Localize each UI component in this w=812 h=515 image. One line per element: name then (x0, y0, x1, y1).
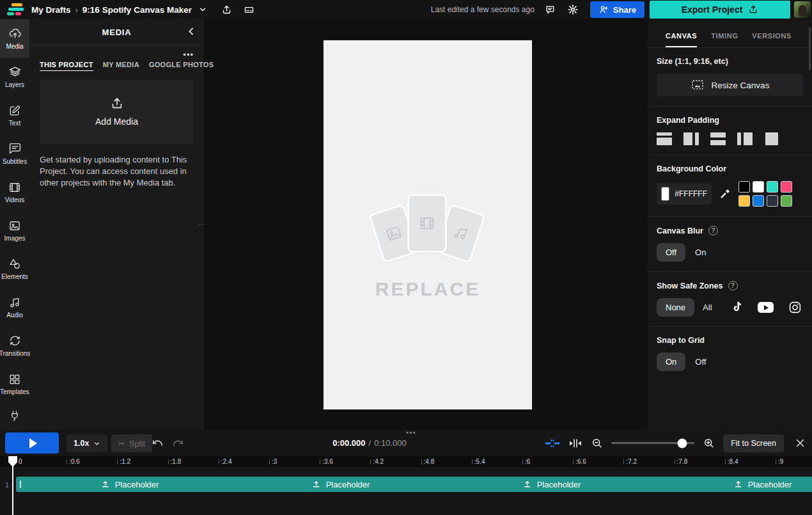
split-button[interactable]: ✂ Split (111, 434, 152, 452)
fit-clips-icon[interactable] (568, 438, 582, 449)
media-overflow-menu[interactable]: ••• (40, 52, 194, 58)
ruler-tick: :3.6 (320, 456, 333, 467)
magnetic-snap-icon[interactable] (545, 437, 560, 450)
sidebar-item-images[interactable]: Images (0, 211, 29, 250)
safezone-all-option[interactable]: All (696, 298, 719, 317)
pad-left-icon[interactable] (737, 132, 753, 145)
tab-this-project[interactable]: THIS PROJECT (40, 61, 93, 71)
sidebar-item-plugins[interactable] (0, 403, 29, 429)
clip-placeholder[interactable]: Placeholder (101, 477, 159, 492)
blur-off-option[interactable]: Off (657, 243, 685, 262)
speed-value: 1.0x (74, 439, 89, 448)
eyedropper-icon[interactable] (719, 188, 731, 200)
image-icon (384, 223, 405, 244)
zoom-in-icon[interactable] (703, 437, 715, 449)
tiktok-icon[interactable] (731, 301, 743, 314)
color-swatch[interactable] (781, 181, 792, 193)
add-media-button[interactable]: Add Media (40, 79, 194, 144)
collapse-panel-icon[interactable] (186, 26, 196, 36)
pad-top-icon[interactable] (657, 132, 672, 145)
canvas-blur-label: Canvas Blur (657, 226, 703, 235)
pad-right-icon[interactable] (683, 132, 699, 145)
resize-canvas-button[interactable]: Resize Canvas (657, 74, 803, 97)
sidebar-item-text[interactable]: Text (0, 96, 29, 134)
sidebar-item-media[interactable]: Media (0, 19, 29, 58)
export-project-button[interactable]: Export Project (650, 1, 790, 19)
user-avatar[interactable] (794, 1, 811, 18)
chevron-down-icon[interactable] (198, 5, 207, 14)
color-swatches (738, 181, 803, 207)
clip-trim-handle[interactable] (20, 480, 21, 488)
tab-timing[interactable]: TIMING (711, 32, 738, 47)
kapwing-logo[interactable] (7, 3, 24, 16)
close-timeline-icon[interactable] (795, 438, 806, 448)
media-empty-state-text: Get started by uploading content to This… (40, 154, 194, 189)
zoom-slider-knob[interactable] (677, 438, 687, 448)
sidebar-item-audio[interactable]: Audio (0, 288, 29, 326)
timeline-ruler[interactable]: 0:0.6:1.2:1.8:2.4:3:3.6:4.2:4.8:5.4:6:6.… (0, 456, 812, 467)
edit-icon (8, 104, 21, 117)
comments-icon[interactable] (545, 4, 556, 15)
export-upload-icon[interactable] (221, 4, 232, 15)
pad-all-icon[interactable] (764, 132, 779, 145)
canvas-workspace[interactable]: REPLACE (205, 19, 648, 430)
timeline: 1.0x ✂ Split 0:00.000 / 0:10.000 ••• (0, 430, 812, 515)
share-button[interactable]: Share (590, 1, 644, 18)
color-swatch[interactable] (781, 195, 792, 207)
clip-placeholder[interactable]: Placeholder (523, 477, 581, 492)
time-display: 0:00.000 / 0:10.000 (332, 430, 407, 456)
zoom-out-icon[interactable] (591, 437, 603, 449)
color-swatch[interactable] (738, 195, 750, 207)
timeline-drag-handle[interactable]: ••• (406, 429, 416, 438)
timeline-track-bar[interactable]: PlaceholderPlaceholderPlaceholderPlaceho… (16, 477, 812, 492)
color-swatch[interactable] (753, 195, 764, 207)
panel-resize-handle[interactable]: ⋮ (200, 221, 203, 228)
replace-placeholder[interactable]: REPLACE (361, 186, 495, 300)
help-icon[interactable]: ? (728, 281, 738, 290)
youtube-icon[interactable] (758, 302, 774, 313)
redo-icon[interactable] (172, 437, 184, 449)
help-icon[interactable]: ? (708, 226, 718, 235)
color-swatch[interactable] (753, 181, 764, 193)
clip-placeholder[interactable]: Placeholder (734, 477, 792, 492)
ruler-tick: :1.2 (117, 456, 130, 467)
speech-bubble-icon (8, 142, 22, 155)
settings-gear-icon[interactable] (567, 4, 579, 15)
sidebar-item-layers[interactable]: Layers (0, 58, 29, 96)
breadcrumb-folder[interactable]: My Drafts (31, 5, 71, 15)
blur-on-option[interactable]: On (688, 243, 713, 262)
sidebar-item-elements[interactable]: Elements (0, 250, 29, 288)
sidebar-item-transitions[interactable]: Transitions (0, 326, 29, 365)
safezone-none-option[interactable]: None (657, 298, 694, 317)
tab-google-photos[interactable]: GOOGLE PHOTOS (149, 61, 214, 71)
expand-padding-section: Expand Padding (648, 107, 812, 155)
inspector-scrollbar[interactable] (809, 27, 811, 70)
project-title[interactable]: 9:16 Spotify Canvas Maker (82, 5, 192, 15)
video-canvas[interactable]: REPLACE (324, 40, 532, 409)
tab-versions[interactable]: VERSIONS (752, 32, 792, 47)
plug-icon (8, 409, 21, 422)
color-swatch[interactable] (767, 181, 778, 193)
playback-speed-dropdown[interactable]: 1.0x (66, 434, 107, 452)
clip-placeholder[interactable]: Placeholder (312, 477, 370, 492)
ruler-tick: :2.4 (219, 456, 232, 467)
undo-icon[interactable] (152, 437, 164, 449)
replace-label: REPLACE (361, 278, 495, 300)
snap-on-option[interactable]: On (657, 353, 685, 371)
pad-bottom-icon[interactable] (710, 132, 726, 145)
sidebar-item-subtitles[interactable]: Subtitles (0, 134, 29, 173)
tab-my-media[interactable]: MY MEDIA (103, 61, 139, 71)
fit-to-screen-button[interactable]: Fit to Screen (723, 434, 784, 452)
background-color-input[interactable]: #FFFFFF (657, 183, 712, 205)
snap-off-option[interactable]: Off (688, 353, 713, 371)
color-swatch[interactable] (738, 181, 750, 193)
sidebar-item-templates[interactable]: Templates (0, 365, 29, 403)
timeline-zoom-slider[interactable] (611, 442, 694, 444)
play-button[interactable] (5, 432, 59, 454)
color-swatch[interactable] (767, 195, 778, 207)
sidebar-item-videos[interactable]: Videos (0, 173, 29, 211)
instagram-icon[interactable] (788, 301, 802, 314)
rename-card-icon[interactable] (244, 4, 254, 15)
tab-canvas[interactable]: CANVAS (666, 32, 697, 47)
snap-to-grid-section: Snap to Grid On Off (648, 327, 812, 381)
